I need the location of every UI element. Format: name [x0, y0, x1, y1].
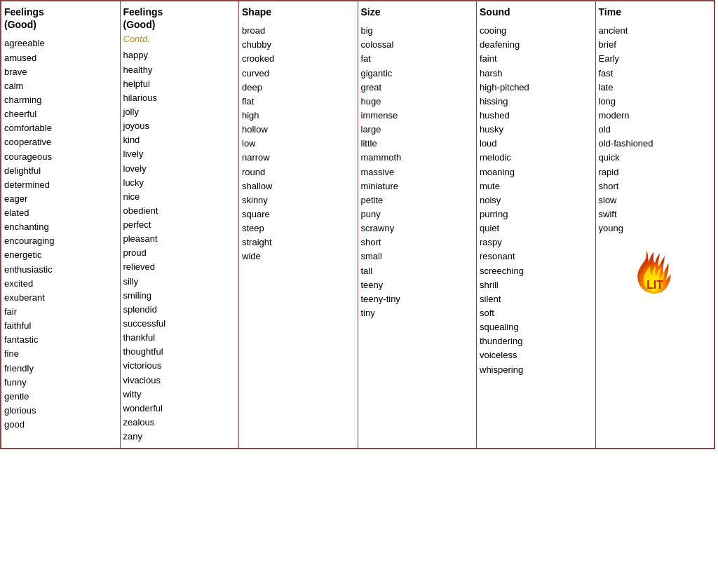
list-item: steep: [242, 221, 355, 235]
list-item: victorious: [123, 359, 236, 373]
column-header-sound: Sound: [480, 6, 592, 18]
word-list-time: ancientbriefEarlyfastlatelongmodernoldol…: [599, 24, 712, 235]
list-item: charming: [4, 93, 117, 107]
list-item: tall: [361, 264, 474, 278]
word-list-shape: broadchubbycrookedcurveddeepflathighholl…: [242, 24, 355, 264]
list-item: harsh: [480, 67, 592, 81]
list-item: short: [361, 235, 474, 249]
list-item: long: [599, 95, 712, 109]
column-header-shape: Shape: [242, 6, 355, 18]
flame-decoration: LIT: [599, 249, 712, 299]
list-item: lucky: [123, 176, 236, 190]
list-item: perfect: [123, 218, 236, 232]
list-item: chubby: [242, 38, 355, 52]
column-header-feelings-good-2: Feelings(Good): [123, 6, 236, 31]
flame-icon: LIT: [630, 249, 679, 299]
list-item: flat: [242, 95, 355, 109]
list-item: crooked: [242, 52, 355, 66]
list-item: silent: [480, 292, 592, 306]
list-item: smiling: [123, 289, 236, 303]
list-item: square: [242, 207, 355, 221]
list-item: brave: [4, 65, 117, 79]
list-item: encouraging: [4, 234, 117, 248]
list-item: hissing: [480, 95, 592, 109]
list-item: thankful: [123, 331, 236, 345]
list-item: husky: [480, 123, 592, 137]
list-item: gigantic: [361, 67, 474, 81]
list-item: scrawny: [361, 221, 474, 235]
list-item: wide: [242, 249, 355, 264]
list-item: modern: [599, 109, 712, 123]
list-item: wonderful: [123, 402, 236, 416]
list-item: gentle: [4, 390, 117, 404]
list-item: melodic: [480, 151, 592, 165]
column-feelings-good-1: Feelings(Good)agreeableamusedbravecalmch…: [1, 1, 121, 448]
list-item: good: [4, 418, 117, 432]
word-list-size: bigcolossalfatgiganticgreathugeimmensela…: [361, 24, 474, 320]
list-item: fantastic: [4, 333, 117, 347]
list-item: fine: [4, 347, 117, 361]
list-item: voiceless: [480, 348, 592, 362]
list-item: eager: [4, 192, 117, 206]
list-item: obedient: [123, 204, 236, 218]
list-item: comfortable: [4, 121, 117, 135]
list-item: elated: [4, 206, 117, 220]
list-item: shallow: [242, 179, 355, 193]
list-item: faint: [480, 52, 592, 66]
column-subheader-feelings-good-2: Contd.: [123, 34, 236, 44]
list-item: calm: [4, 79, 117, 93]
list-item: slow: [599, 193, 712, 207]
list-item: enthusiastic: [4, 263, 117, 277]
column-header-time: Time: [599, 6, 712, 18]
list-item: resonant: [480, 249, 592, 264]
list-item: raspy: [480, 235, 592, 249]
list-item: nice: [123, 190, 236, 204]
list-item: late: [599, 81, 712, 95]
list-item: quick: [599, 151, 712, 165]
list-item: funny: [4, 376, 117, 390]
list-item: rapid: [599, 165, 712, 179]
list-item: teeny-tiny: [361, 292, 474, 306]
list-item: petite: [361, 193, 474, 207]
column-header-feelings-good-1: Feelings(Good): [4, 6, 117, 31]
list-item: healthy: [123, 63, 236, 77]
svg-text:LIT: LIT: [646, 279, 663, 291]
list-item: thundering: [480, 334, 592, 348]
list-item: determined: [4, 178, 117, 192]
list-item: witty: [123, 388, 236, 402]
list-item: shrill: [480, 278, 592, 292]
column-header-size: Size: [361, 6, 474, 18]
column-time: TimeancientbriefEarlyfastlatelongmoderno…: [596, 1, 714, 448]
list-item: zany: [123, 430, 236, 444]
list-item: old: [599, 123, 712, 137]
list-item: energetic: [4, 248, 117, 262]
list-item: loud: [480, 137, 592, 151]
list-item: skinny: [242, 193, 355, 207]
list-item: high-pitched: [480, 81, 592, 95]
list-item: hilarious: [123, 91, 236, 105]
list-item: lively: [123, 147, 236, 161]
list-item: fast: [599, 67, 712, 81]
list-item: brief: [599, 38, 712, 52]
column-feelings-good-2: Feelings(Good)Contd.happyhealthyhelpfulh…: [121, 1, 240, 448]
list-item: fair: [4, 305, 117, 319]
list-item: broad: [242, 24, 355, 38]
column-shape: Shapebroadchubbycrookedcurveddeepflathig…: [239, 1, 358, 448]
list-item: cooperative: [4, 135, 117, 149]
list-item: low: [242, 137, 355, 151]
main-table: Feelings(Good)agreeableamusedbravecalmch…: [0, 0, 715, 449]
list-item: courageous: [4, 150, 117, 164]
list-item: purring: [480, 207, 592, 221]
list-item: great: [361, 81, 474, 95]
list-item: lovely: [123, 162, 236, 176]
list-item: colossal: [361, 38, 474, 52]
list-item: thoughtful: [123, 345, 236, 359]
list-item: cheerful: [4, 107, 117, 121]
list-item: happy: [123, 48, 236, 62]
list-item: curved: [242, 67, 355, 81]
list-item: mammoth: [361, 151, 474, 165]
list-item: deep: [242, 81, 355, 95]
list-item: noisy: [480, 193, 592, 207]
list-item: little: [361, 137, 474, 151]
list-item: amused: [4, 51, 117, 65]
